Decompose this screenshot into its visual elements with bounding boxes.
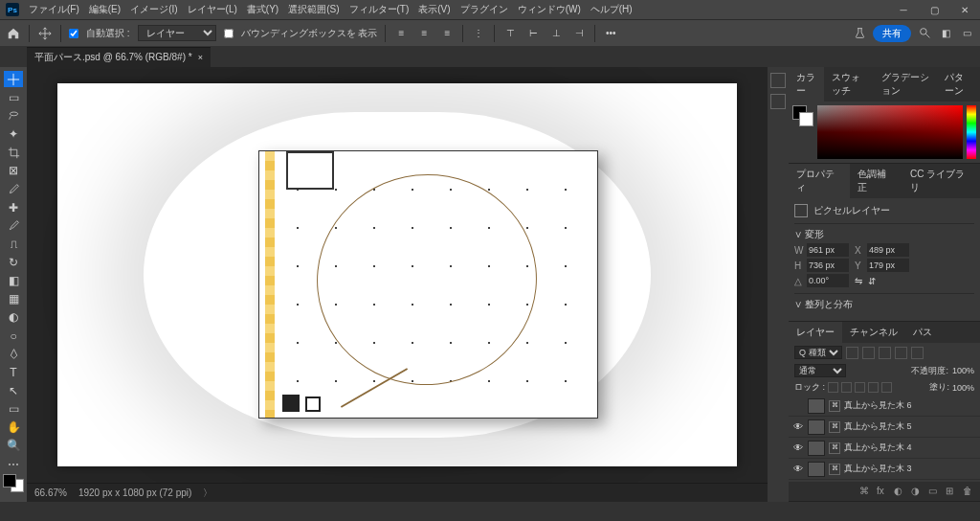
- menu-item[interactable]: ヘルプ(H): [590, 3, 633, 16]
- layer-filter-kind[interactable]: Q 種類: [794, 346, 842, 359]
- menu-item[interactable]: 編集(E): [89, 3, 121, 16]
- flip-v-icon[interactable]: ⇵: [868, 276, 876, 286]
- link-icon[interactable]: ⌘: [859, 486, 871, 497]
- blur-tool[interactable]: ◐: [4, 309, 23, 326]
- show-bbox-checkbox[interactable]: [224, 29, 234, 38]
- canvas[interactable]: [27, 67, 768, 483]
- width-field[interactable]: [807, 243, 849, 257]
- x-field[interactable]: [867, 243, 909, 257]
- tab-gradient[interactable]: グラデーション: [874, 67, 937, 102]
- color-swatches[interactable]: [3, 474, 24, 492]
- dock-icon[interactable]: [770, 73, 786, 88]
- blend-mode[interactable]: 通常: [794, 364, 846, 377]
- eyedropper-tool[interactable]: [4, 181, 23, 197]
- marquee-tool[interactable]: ▭: [4, 89, 23, 105]
- zoom-tool[interactable]: 🔍: [4, 438, 23, 454]
- lock-pixel-icon[interactable]: [841, 382, 852, 393]
- share-button[interactable]: 共有: [873, 25, 911, 42]
- align-right-icon[interactable]: ≡: [439, 26, 455, 41]
- brush-tool[interactable]: [4, 217, 23, 234]
- frame-tool[interactable]: ⊠: [4, 163, 23, 179]
- tab-channels[interactable]: チャンネル: [842, 322, 905, 343]
- mask-icon[interactable]: ◐: [894, 486, 905, 497]
- maximize-button[interactable]: ▢: [919, 0, 949, 19]
- auto-select-checkbox[interactable]: [69, 29, 78, 38]
- heal-tool[interactable]: ✚: [4, 199, 23, 215]
- distribute-icon[interactable]: ⋮: [471, 26, 486, 41]
- menu-item[interactable]: レイヤー(L): [188, 3, 237, 16]
- zoom-level[interactable]: 66.67%: [34, 487, 67, 498]
- menu-item[interactable]: プラグイン: [460, 3, 508, 16]
- height-field[interactable]: [807, 259, 849, 272]
- align-left-icon[interactable]: ≡: [393, 26, 409, 41]
- filter-adjust-icon[interactable]: [862, 347, 875, 359]
- lock-pos-icon[interactable]: [855, 382, 865, 393]
- more-icon[interactable]: •••: [603, 26, 618, 41]
- wand-tool[interactable]: ✦: [4, 125, 23, 142]
- tab-libraries[interactable]: CC ライブラリ: [902, 164, 980, 198]
- color-picker[interactable]: [817, 105, 963, 159]
- type-tool[interactable]: T: [4, 364, 23, 380]
- filter-type-icon[interactable]: [879, 347, 891, 359]
- align-center-icon[interactable]: ≡: [416, 26, 432, 41]
- filter-shape-icon[interactable]: [895, 347, 907, 359]
- menu-item[interactable]: ファイル(F): [29, 3, 79, 16]
- layer-row[interactable]: 👁 ⌘ 真上から見た木 3: [789, 459, 980, 480]
- stamp-tool[interactable]: ⎍: [4, 236, 23, 252]
- lock-nest-icon[interactable]: [868, 382, 879, 393]
- move-tool[interactable]: [4, 71, 23, 87]
- path-tool[interactable]: ↖: [4, 382, 23, 398]
- align-bottom-icon[interactable]: ⊥: [548, 26, 564, 41]
- pen-tool[interactable]: [4, 346, 23, 362]
- adjust-icon[interactable]: ◑: [911, 486, 923, 497]
- group-icon[interactable]: ▭: [928, 486, 940, 497]
- align-top-icon[interactable]: ⊤: [502, 26, 518, 41]
- gradient-tool[interactable]: ▦: [4, 291, 23, 307]
- workspace-icon[interactable]: ◧: [938, 26, 953, 41]
- align-middle-icon[interactable]: ⊢: [525, 26, 541, 41]
- visibility-icon[interactable]: 👁: [792, 442, 804, 453]
- tab-properties[interactable]: プロパティ: [789, 164, 850, 198]
- move-tool-icon[interactable]: [37, 26, 53, 41]
- visibility-icon[interactable]: 👁: [792, 464, 804, 474]
- visibility-icon[interactable]: 👁: [792, 421, 804, 432]
- layer-row[interactable]: ⌘ 真上から見た木 6: [789, 396, 980, 417]
- transform-section[interactable]: ∨ 変形: [794, 228, 974, 241]
- edit-toolbar[interactable]: ⋯: [4, 456, 23, 472]
- menu-item[interactable]: ウィンドウ(W): [518, 3, 581, 16]
- history-brush-tool[interactable]: ↻: [4, 254, 23, 270]
- menu-item[interactable]: イメージ(I): [130, 3, 177, 16]
- tab-close-icon[interactable]: ×: [198, 53, 203, 62]
- lock-all-icon[interactable]: [881, 382, 892, 393]
- shape-tool[interactable]: ▭: [4, 401, 23, 418]
- lasso-tool[interactable]: [4, 107, 23, 124]
- tab-pattern[interactable]: パターン: [937, 67, 980, 102]
- color-fg-bg[interactable]: [792, 105, 813, 126]
- minimize-button[interactable]: ─: [888, 0, 919, 19]
- tab-color[interactable]: カラー: [789, 67, 824, 102]
- layer-row[interactable]: 👁 ⌘ 真上から見た木 5: [789, 417, 980, 438]
- crop-tool[interactable]: [4, 145, 23, 161]
- align-icon[interactable]: ⊣: [571, 26, 587, 41]
- flip-h-icon[interactable]: ⇋: [855, 276, 862, 286]
- filter-smart-icon[interactable]: [911, 347, 924, 359]
- layer-row[interactable]: 👁 ⌘ 真上から見た木 4: [789, 438, 980, 459]
- auto-select-target[interactable]: レイヤー: [138, 25, 216, 41]
- eraser-tool[interactable]: ◧: [4, 273, 23, 289]
- dock-icon[interactable]: [770, 94, 786, 109]
- hand-tool[interactable]: ✋: [4, 419, 23, 436]
- status-chevron-icon[interactable]: 〉: [203, 487, 212, 500]
- tab-adjustments[interactable]: 色調補正: [850, 164, 902, 198]
- menu-item[interactable]: フィルター(T): [349, 3, 410, 16]
- menu-item[interactable]: 書式(Y): [247, 3, 278, 16]
- hue-slider[interactable]: [967, 105, 976, 159]
- trash-icon[interactable]: 🗑: [963, 486, 974, 497]
- new-layer-icon[interactable]: ⊞: [946, 486, 957, 497]
- tab-layers[interactable]: レイヤー: [789, 322, 842, 343]
- panel-icon[interactable]: ▭: [959, 26, 974, 41]
- tab-swatches[interactable]: スウォッチ: [824, 67, 874, 102]
- fx-icon[interactable]: fx: [877, 486, 888, 497]
- lock-trans-icon[interactable]: [828, 382, 838, 393]
- close-button[interactable]: ✕: [949, 0, 980, 19]
- angle-field[interactable]: [807, 274, 849, 287]
